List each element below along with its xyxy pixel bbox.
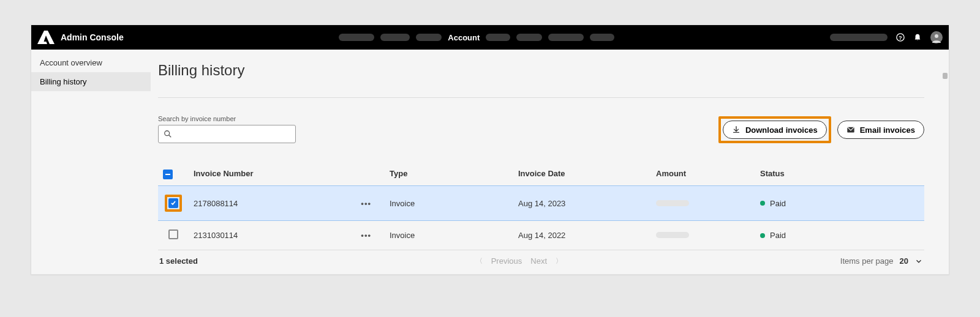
pager: 〈 Previous Next 〉	[476, 256, 562, 266]
cell-invoice-number: 2178088114	[194, 199, 238, 208]
sidebar: Account overview Billing history	[31, 50, 151, 274]
svg-text:?: ?	[899, 35, 902, 41]
brand-title: Admin Console	[61, 32, 124, 42]
row-checkbox[interactable]	[168, 198, 178, 208]
nav-right-placeholder[interactable]	[830, 34, 888, 41]
row-more-icon[interactable]: •••	[361, 199, 371, 208]
cell-type: Invoice	[385, 221, 513, 250]
sidebar-item-account-overview[interactable]: Account overview	[31, 53, 151, 72]
download-icon	[732, 125, 741, 134]
chevron-left-icon[interactable]: 〈	[476, 256, 483, 266]
divider	[158, 97, 924, 98]
header-type[interactable]: Type	[385, 162, 513, 186]
nav-right: ?	[830, 31, 943, 43]
sidebar-item-billing-history[interactable]: Billing history	[31, 72, 151, 91]
search-label: Search by invoice number	[158, 115, 296, 122]
checkbox-highlight	[165, 195, 182, 212]
download-invoices-label: Download invoices	[745, 125, 818, 135]
page-title: Billing history	[158, 62, 924, 79]
next-link[interactable]: Next	[530, 256, 547, 266]
svg-point-3	[935, 34, 938, 38]
cell-status: Paid	[770, 231, 786, 240]
email-icon	[846, 125, 855, 134]
email-invoices-label: Email invoices	[860, 125, 915, 135]
nav-item-placeholder[interactable]	[416, 34, 442, 41]
header-amount[interactable]: Amount	[651, 162, 755, 186]
previous-link[interactable]: Previous	[491, 256, 522, 266]
items-per-page-label: Items per page	[840, 256, 894, 266]
nav-item-placeholder[interactable]	[548, 34, 584, 41]
download-highlight: Download invoices	[718, 116, 831, 143]
app-window: Admin Console Account ? Account overview…	[31, 24, 949, 275]
table-row[interactable]: 2131030114 ••• Invoice Aug 14, 2022 Paid	[158, 221, 924, 250]
chevron-down-icon[interactable]	[914, 257, 923, 266]
nav-item-account[interactable]: Account	[448, 33, 480, 42]
row-more-icon[interactable]: •••	[361, 231, 371, 240]
header-invoice-number[interactable]: Invoice Number	[189, 162, 385, 186]
cell-invoice-date: Aug 14, 2022	[513, 221, 651, 250]
select-all-checkbox[interactable]	[163, 170, 173, 179]
table-row[interactable]: 2178088114 ••• Invoice Aug 14, 2023 Paid	[158, 186, 924, 221]
cell-invoice-date: Aug 14, 2023	[513, 186, 651, 221]
status-dot-icon	[760, 233, 765, 238]
nav-item-placeholder[interactable]	[339, 34, 374, 41]
nav-item-placeholder[interactable]	[590, 34, 614, 41]
cell-amount-redacted	[656, 232, 689, 238]
row-checkbox[interactable]	[168, 229, 178, 239]
search-input-wrapper[interactable]	[158, 125, 296, 143]
top-bar: Admin Console Account ?	[31, 25, 949, 50]
adobe-logo-icon	[37, 31, 55, 44]
search-group: Search by invoice number	[158, 115, 296, 143]
invoice-table: Invoice Number Type Invoice Date Amount …	[158, 162, 924, 250]
header-invoice-date[interactable]: Invoice Date	[513, 162, 651, 186]
items-per-page: Items per page 20	[840, 256, 923, 266]
cell-invoice-number: 2131030114	[194, 231, 238, 240]
search-input[interactable]	[176, 130, 290, 139]
selection-count: 1 selected	[159, 256, 198, 266]
search-icon	[164, 130, 172, 138]
svg-point-4	[165, 131, 170, 136]
chevron-right-icon[interactable]: 〉	[556, 256, 562, 266]
download-invoices-button[interactable]: Download invoices	[723, 121, 827, 139]
cell-amount-redacted	[656, 200, 689, 206]
bell-icon[interactable]	[913, 33, 922, 42]
cell-type: Invoice	[385, 186, 513, 221]
email-invoices-button[interactable]: Email invoices	[837, 121, 924, 139]
main-content: Billing history Search by invoice number…	[151, 50, 949, 274]
nav-item-placeholder[interactable]	[380, 34, 410, 41]
svg-line-5	[169, 135, 172, 138]
items-per-page-value[interactable]: 20	[900, 256, 908, 266]
nav-item-placeholder[interactable]	[486, 34, 510, 41]
cell-status: Paid	[770, 199, 786, 208]
nav-item-placeholder[interactable]	[516, 34, 542, 41]
help-icon[interactable]: ?	[896, 33, 905, 42]
avatar-icon[interactable]	[930, 31, 943, 43]
header-status[interactable]: Status	[755, 162, 924, 186]
nav-center: Account	[124, 33, 830, 42]
status-dot-icon	[760, 201, 765, 206]
table-footer: 1 selected 〈 Previous Next 〉 Items per p…	[158, 250, 924, 266]
